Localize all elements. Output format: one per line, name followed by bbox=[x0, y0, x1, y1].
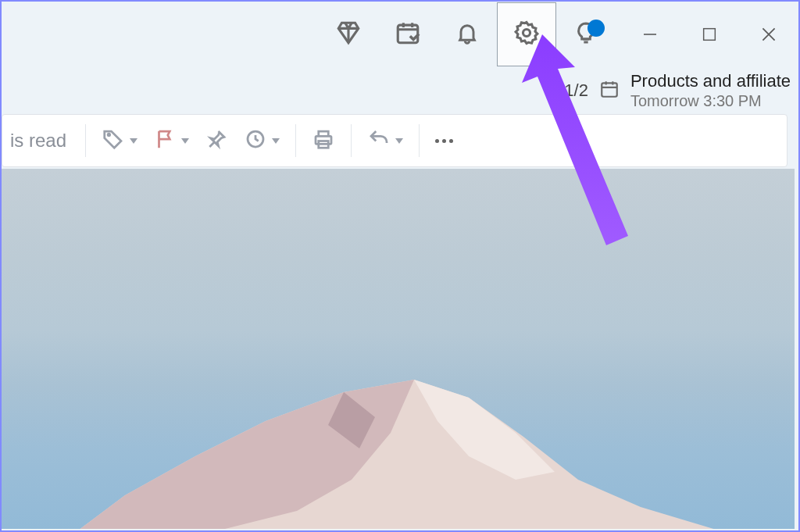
chevron-down-icon bbox=[181, 138, 189, 144]
mark-read-label[interactable]: is read bbox=[10, 130, 66, 152]
close-icon bbox=[759, 24, 779, 45]
calendar-icon[interactable] bbox=[599, 79, 620, 102]
tag-icon bbox=[102, 127, 125, 154]
minimize-icon bbox=[641, 25, 659, 44]
ellipsis-icon bbox=[435, 139, 453, 143]
event-time: Tomorrow 3:30 PM bbox=[630, 91, 791, 111]
tag-button[interactable] bbox=[94, 123, 145, 158]
settings-button[interactable] bbox=[497, 2, 556, 66]
maximize-icon bbox=[701, 26, 718, 43]
pin-icon bbox=[205, 127, 228, 154]
svg-rect-2 bbox=[704, 29, 716, 41]
mountain-illustration bbox=[78, 378, 719, 529]
diamond-icon bbox=[335, 20, 362, 49]
svg-point-1 bbox=[523, 29, 530, 36]
printer-icon bbox=[312, 127, 335, 154]
pin-button[interactable] bbox=[197, 123, 236, 158]
notification-badge bbox=[588, 20, 605, 37]
content-area bbox=[2, 169, 795, 529]
calendar-task-button[interactable] bbox=[378, 2, 438, 66]
app-window: 1/2 Products and affiliate Tomorrow 3:30… bbox=[0, 0, 800, 532]
svg-point-4 bbox=[108, 134, 110, 136]
snooze-button[interactable] bbox=[236, 123, 288, 158]
svg-rect-3 bbox=[602, 83, 617, 96]
chevron-down-icon bbox=[395, 138, 403, 144]
upcoming-event[interactable]: Products and affiliate Tomorrow 3:30 PM bbox=[630, 70, 791, 112]
divider bbox=[419, 124, 420, 157]
minimize-button[interactable] bbox=[620, 2, 680, 67]
notifications-button[interactable] bbox=[438, 2, 497, 66]
info-bar: 1/2 Products and affiliate Tomorrow 3:30… bbox=[2, 67, 798, 114]
svg-rect-0 bbox=[398, 25, 418, 43]
chevron-down-icon bbox=[272, 138, 280, 144]
print-button[interactable] bbox=[304, 123, 343, 158]
undo-icon bbox=[367, 127, 391, 154]
gear-icon bbox=[513, 20, 540, 49]
background-image bbox=[2, 169, 795, 529]
divider bbox=[351, 124, 352, 157]
page-indicator: 1/2 bbox=[564, 80, 588, 101]
premium-button[interactable] bbox=[319, 2, 378, 66]
calendar-check-icon bbox=[395, 20, 421, 49]
bell-icon bbox=[455, 20, 480, 48]
title-bar bbox=[2, 2, 619, 67]
more-actions-button[interactable] bbox=[427, 123, 461, 158]
divider bbox=[295, 124, 296, 157]
close-button[interactable] bbox=[739, 2, 798, 67]
event-title: Products and affiliate bbox=[630, 70, 791, 92]
flag-button[interactable] bbox=[145, 123, 197, 158]
flag-icon bbox=[153, 127, 177, 154]
maximize-button[interactable] bbox=[680, 2, 739, 67]
chevron-down-icon bbox=[130, 138, 138, 144]
clock-icon bbox=[244, 127, 267, 154]
tips-button[interactable] bbox=[556, 2, 616, 66]
message-toolbar: is read bbox=[2, 114, 788, 167]
window-controls bbox=[620, 2, 798, 67]
undo-button[interactable] bbox=[359, 123, 411, 158]
divider bbox=[85, 124, 86, 157]
